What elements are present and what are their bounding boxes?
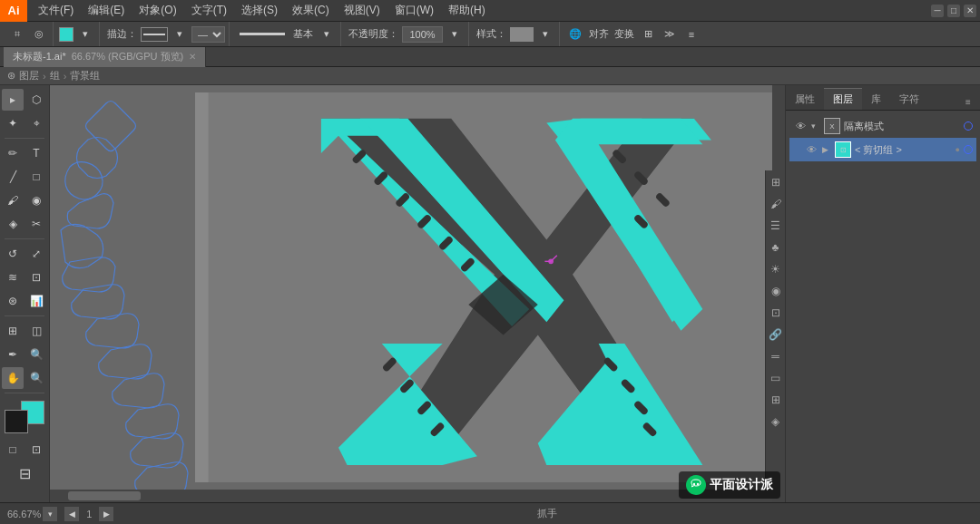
transform-label: 变换 (612, 27, 636, 41)
stroke-select[interactable]: — (191, 26, 225, 43)
rotate-tool[interactable]: ↺ (2, 243, 24, 265)
mask-mode[interactable]: ⊡ (25, 439, 47, 461)
more-options-btn[interactable]: ⊞ (638, 25, 658, 44)
ai-logo: Ai (0, 0, 27, 22)
scale-tool[interactable]: ⤢ (25, 243, 47, 265)
stroke-icon[interactable]: ═ (768, 348, 784, 364)
menu-help[interactable]: 帮助(H) (441, 0, 493, 21)
layer-row-clipping[interactable]: 👁 ▶ ⊡ < 剪切组 > ● (789, 138, 976, 161)
eyedropper-tool[interactable]: ✒ (2, 344, 24, 365)
menu-edit[interactable]: 编辑(E) (81, 0, 132, 21)
nav-prev[interactable]: ◀ (64, 507, 79, 521)
direct-selection-tool[interactable]: ⬡ (25, 89, 47, 111)
zoom-tool-2[interactable]: 🔍 (25, 367, 47, 389)
eraser-tool[interactable]: ◈ (2, 213, 24, 235)
scissors-tool[interactable]: ✂ (25, 213, 47, 235)
graph-tool[interactable]: 📊 (25, 290, 47, 312)
stroke-dropdown[interactable]: ▾ (170, 25, 190, 44)
menu-file[interactable]: 文件(F) (31, 0, 81, 21)
globe-btn[interactable]: 🌐 (565, 25, 585, 44)
shape-tool[interactable]: □ (25, 166, 47, 188)
breadcrumb-item[interactable]: 背景组 (70, 69, 100, 82)
menu-extra-btn[interactable]: ≡ (681, 25, 701, 44)
minimize-button[interactable]: ─ (931, 5, 944, 17)
fill-color[interactable] (59, 27, 74, 42)
menu-window[interactable]: 窗口(W) (387, 0, 441, 21)
blob-brush-tool[interactable]: ◉ (25, 189, 47, 211)
magic-wand-tool[interactable]: ✦ (2, 112, 24, 134)
tab-layers[interactable]: 图层 (824, 88, 862, 110)
background-color[interactable] (5, 410, 28, 433)
lasso-tool[interactable]: ⌖ (25, 112, 47, 134)
stroke-preview[interactable] (141, 27, 168, 42)
canvas-svg (195, 92, 785, 482)
screen-mode[interactable]: ⊟ (14, 462, 35, 484)
status-bar: 66.67% ▾ ◀ 1 ▶ 抓手 (0, 502, 980, 524)
link-icon[interactable]: 🔗 (768, 326, 784, 343)
align-icon[interactable]: ☰ (768, 218, 784, 234)
panel-menu-btn[interactable]: ≡ (960, 93, 976, 110)
tab-character[interactable]: 字符 (890, 88, 928, 110)
extra-btn[interactable]: ≫ (660, 25, 680, 44)
rect-icon[interactable]: ▭ (768, 370, 784, 386)
tab-library[interactable]: 库 (862, 88, 890, 110)
normal-mode[interactable]: □ (2, 439, 24, 461)
properties-icon[interactable]: ⊞ (768, 174, 784, 190)
breadcrumb-sublayer[interactable]: 组 (50, 69, 60, 82)
opacity-input[interactable] (402, 26, 443, 43)
type-tool[interactable]: T (25, 142, 47, 164)
toolbar-group-font: 基本 ▾ (231, 22, 341, 46)
tab-title: 未标题-1.ai* (13, 50, 66, 63)
pen-tool[interactable]: ✏ (2, 142, 24, 164)
style-color[interactable] (510, 27, 534, 42)
menu-view[interactable]: 视图(V) (337, 0, 387, 21)
opacity-dropdown[interactable]: ▾ (445, 25, 465, 44)
line-tool[interactable]: ╱ (2, 166, 24, 188)
tool-divider-4 (5, 393, 44, 393)
menu-text[interactable]: 文字(T) (184, 0, 234, 21)
close-button[interactable]: ✕ (964, 5, 976, 17)
warp-tool[interactable]: ≋ (2, 267, 24, 288)
scroll-thumb-horizontal[interactable] (68, 491, 141, 500)
watermark: 平面设计派 (679, 471, 780, 499)
zoom-dropdown[interactable]: ▾ (43, 507, 57, 521)
grid-icon[interactable]: ⊞ (768, 392, 784, 408)
menu-object[interactable]: 对象(O) (132, 0, 183, 21)
document-tab[interactable]: 未标题-1.ai* 66.67% (RGB/GPU 预览) ✕ (4, 47, 206, 67)
symbol-tool[interactable]: ⊛ (2, 290, 24, 312)
transform-btn2[interactable]: ◎ (29, 25, 49, 44)
tab-properties[interactable]: 属性 (786, 88, 824, 110)
transform-icon[interactable]: ⊡ (768, 305, 784, 321)
tab-close-button[interactable]: ✕ (189, 52, 196, 62)
transform-btn1[interactable]: ⌗ (7, 25, 27, 44)
restore-button[interactable]: □ (947, 5, 960, 17)
breadcrumb-layer[interactable]: 图层 (19, 69, 39, 82)
outline-paths-svg (52, 85, 197, 502)
zoom-tool[interactable]: 🔍 (25, 344, 47, 365)
fill-dropdown[interactable]: ▾ (75, 25, 95, 44)
mesh-tool[interactable]: ⊞ (2, 320, 24, 342)
expand-arrow-1[interactable]: ▾ (811, 121, 820, 131)
menu-select[interactable]: 选择(S) (234, 0, 285, 21)
selection-tool[interactable]: ▸ (2, 89, 24, 111)
menu-effect[interactable]: 效果(C) (285, 0, 337, 21)
layer-visibility-2[interactable]: 👁 (804, 142, 818, 157)
expand-arrow-2[interactable]: ▶ (822, 145, 831, 154)
brush-icon[interactable]: 🖌 (768, 196, 784, 212)
font-dropdown[interactable]: ▾ (317, 25, 337, 44)
layer-row-isolation[interactable]: 👁 ▾ X 隔离模式 (789, 114, 976, 138)
shape-icon[interactable]: ◈ (768, 413, 784, 430)
hand-tool[interactable]: ✋ (2, 367, 24, 389)
free-transform-tool[interactable]: ⊡ (25, 267, 47, 288)
club-icon[interactable]: ♣ (768, 239, 784, 256)
paintbrush-tool[interactable]: 🖌 (2, 189, 24, 211)
style-dropdown[interactable]: ▾ (535, 25, 555, 44)
layer-name-2: < 剪切组 > (855, 143, 952, 157)
horizontal-scrollbar[interactable] (50, 490, 772, 502)
layer-visibility-1[interactable]: 👁 (793, 119, 808, 133)
sun-icon[interactable]: ☀ (768, 261, 784, 277)
circle-icon[interactable]: ◉ (768, 283, 784, 299)
nav-next[interactable]: ▶ (99, 507, 113, 521)
tool-row-modes: □ ⊡ (2, 439, 47, 461)
gradient-tool[interactable]: ◫ (25, 320, 47, 342)
